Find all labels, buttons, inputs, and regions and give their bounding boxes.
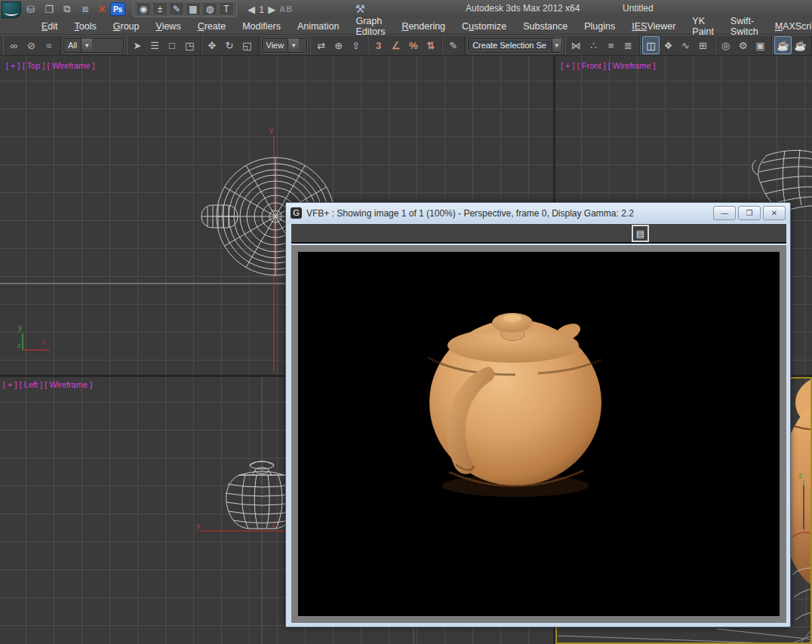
render-setup-icon[interactable]: ⚙ bbox=[734, 36, 752, 54]
angle-snap-icon[interactable]: ∠ bbox=[387, 36, 404, 54]
vfb-toolbar: ▤ bbox=[291, 224, 786, 244]
render-group: ◎⚙▣ bbox=[715, 35, 772, 55]
menu-plugins[interactable]: Plugins bbox=[576, 19, 623, 34]
maximize-button[interactable]: ❐ bbox=[738, 206, 761, 220]
capsule-icon[interactable]: ◍ bbox=[202, 2, 217, 16]
menu-animation[interactable]: Animation bbox=[289, 19, 348, 34]
material-sphere-icon[interactable]: ◉ bbox=[136, 2, 151, 16]
bind-to-space-warp-icon[interactable]: ≈ bbox=[40, 36, 57, 54]
svg-text:z: z bbox=[272, 520, 275, 529]
selection-filter-dropdown[interactable]: All ▼ bbox=[63, 38, 124, 53]
scene-explorer-icon[interactable]: ◫ bbox=[642, 36, 660, 54]
scene-nav-cluster: ◀ 1 ▶ AB bbox=[248, 4, 293, 15]
menu-substance[interactable]: Substance bbox=[515, 19, 576, 34]
vfb-panels-toggle-button[interactable]: ▤ bbox=[632, 225, 649, 242]
chevron-down-icon[interactable]: ▼ bbox=[552, 38, 561, 52]
window-crossing-icon[interactable]: ◳ bbox=[181, 36, 198, 54]
svg-text:z: z bbox=[17, 342, 21, 349]
keyboard-override-icon[interactable]: ⇧ bbox=[347, 36, 364, 54]
minimize-button[interactable]: — bbox=[713, 206, 736, 220]
mirror-icon[interactable]: ⋈ bbox=[567, 36, 585, 54]
rendered-teapot bbox=[298, 252, 780, 616]
nav-counter: 1 bbox=[259, 4, 264, 15]
render-iterative-icon[interactable]: ☕ bbox=[792, 36, 809, 54]
snaps-toggle-icon[interactable]: 3 bbox=[370, 36, 387, 54]
viewport-left-label[interactable]: [ + ] [ Left ] [ Wireframe ] bbox=[3, 380, 92, 389]
region-icon[interactable]: ▩ bbox=[186, 2, 201, 16]
quick-access-toolbar: ⛁❐⧉⧈ bbox=[23, 2, 94, 17]
select-and-move-icon[interactable]: ✥ bbox=[204, 36, 221, 54]
percent-snap-icon[interactable]: % bbox=[404, 36, 422, 54]
nav-next-icon[interactable]: ▶ bbox=[268, 4, 275, 15]
menu-views[interactable]: Views bbox=[148, 19, 189, 34]
mirror-align-group: ⋈∴≡≣ bbox=[565, 35, 640, 55]
capture-icon[interactable]: ⧈ bbox=[77, 2, 94, 17]
named-sets-group: ✎ bbox=[442, 35, 465, 55]
array-icon[interactable]: ∴ bbox=[585, 36, 602, 54]
application-menu-button[interactable] bbox=[2, 2, 21, 18]
select-and-manipulate-icon[interactable]: ⊕ bbox=[330, 36, 347, 54]
viewport-front-label[interactable]: [ + ] [ Front ] [ Wireframe ] bbox=[561, 61, 656, 70]
select-and-scale-icon[interactable]: ◱ bbox=[238, 36, 256, 54]
svg-text:y: y bbox=[269, 125, 274, 134]
nav-ab-label: AB bbox=[279, 5, 293, 14]
transform-group: ✥↻◱ bbox=[201, 35, 259, 55]
svg-text:z: z bbox=[798, 471, 802, 480]
pen-icon[interactable]: ✎ bbox=[169, 2, 184, 16]
save-icon[interactable]: ⛁ bbox=[23, 2, 39, 17]
nav-prev-icon[interactable]: ◀ bbox=[248, 4, 255, 15]
reference-coordsys-dropdown[interactable]: View ▼ bbox=[262, 38, 308, 53]
text-tool-icon[interactable]: T bbox=[219, 2, 234, 16]
menu-maxscript[interactable]: MAXScri bbox=[767, 19, 812, 34]
use-pivot-center-icon[interactable]: ⇄ bbox=[312, 36, 330, 54]
select-and-link-icon[interactable]: ∞ bbox=[5, 36, 23, 54]
chevron-down-icon[interactable]: ▼ bbox=[81, 38, 92, 52]
svg-text:x: x bbox=[42, 338, 45, 346]
3ds-max-window: ⛁❐⧉⧈ ✕ Ps ◉±✎▩◍T ◀ 1 ▶ AB ⚒ Autodesk 3ds… bbox=[0, 0, 812, 644]
rendered-image bbox=[298, 252, 780, 616]
container-icon[interactable]: ❖ bbox=[660, 36, 677, 54]
copy-icon[interactable]: ⧉ bbox=[59, 2, 75, 17]
world-axis-gizmo: y z x bbox=[17, 323, 50, 350]
viewport-top-label[interactable]: [ + ] [ Top ] [ Wireframe ] bbox=[6, 61, 94, 70]
selection-region-icon[interactable]: □ bbox=[164, 36, 181, 54]
svg-text:y: y bbox=[196, 520, 201, 529]
photoshop-icon[interactable]: Ps bbox=[110, 2, 125, 16]
delete-icon[interactable]: ✕ bbox=[94, 2, 110, 17]
layer-manager-icon[interactable]: ≣ bbox=[620, 36, 637, 54]
menu-group[interactable]: Group bbox=[105, 19, 148, 34]
open-file-icon[interactable]: ❐ bbox=[41, 2, 57, 17]
qat-tool-group: ◉±✎▩◍T bbox=[133, 1, 237, 17]
render-production-icon[interactable]: ☕ bbox=[774, 36, 792, 54]
select-object-icon[interactable]: ➤ bbox=[129, 36, 146, 54]
named-selection-sets-dropdown[interactable]: Create Selection Se ▼ bbox=[468, 38, 562, 53]
spinner-snap-icon[interactable]: ⇅ bbox=[422, 36, 439, 54]
rendered-frame-window-icon[interactable]: ▣ bbox=[752, 36, 769, 54]
menu-customize[interactable]: Customize bbox=[454, 19, 515, 34]
selection-group: ➤☰□◳ bbox=[127, 35, 201, 55]
svg-text:y: y bbox=[18, 323, 23, 332]
unlink-selection-icon[interactable]: ⊘ bbox=[23, 36, 40, 54]
exposure-icon[interactable]: ± bbox=[152, 2, 168, 16]
select-by-name-icon[interactable]: ☰ bbox=[146, 36, 164, 54]
curve-editor-icon[interactable]: ∿ bbox=[677, 36, 694, 54]
menu-bar: EditToolsGroupViewsCreateModifiersAnimat… bbox=[0, 18, 812, 35]
schematic-view-icon[interactable]: ⊞ bbox=[694, 36, 712, 54]
app-title: Autodesk 3ds Max 2012 x64 bbox=[466, 3, 580, 14]
menu-tools[interactable]: Tools bbox=[66, 19, 105, 34]
menu-iesviewer[interactable]: IESViewer bbox=[623, 19, 684, 34]
align-icon[interactable]: ≡ bbox=[602, 36, 620, 54]
edit-named-selection-sets-icon[interactable]: ✎ bbox=[444, 36, 462, 54]
menu-edit[interactable]: Edit bbox=[33, 19, 66, 34]
menu-rendering[interactable]: Rendering bbox=[393, 19, 454, 34]
perspective-floor-lines bbox=[558, 627, 812, 644]
render-teapot-group: ☕☕ bbox=[772, 35, 812, 55]
close-button[interactable]: ✕ bbox=[763, 206, 786, 220]
select-and-rotate-icon[interactable]: ↻ bbox=[221, 36, 238, 54]
vfb-title-bar[interactable]: G VFB+ : Showing image 1 of 1 (100%) - P… bbox=[286, 203, 790, 223]
chevron-down-icon[interactable]: ▼ bbox=[288, 38, 299, 52]
material-editor-icon[interactable]: ◎ bbox=[717, 36, 734, 54]
max-logo-icon bbox=[5, 10, 18, 16]
menu-modifiers[interactable]: Modifiers bbox=[234, 19, 289, 34]
menu-create[interactable]: Create bbox=[189, 19, 235, 34]
